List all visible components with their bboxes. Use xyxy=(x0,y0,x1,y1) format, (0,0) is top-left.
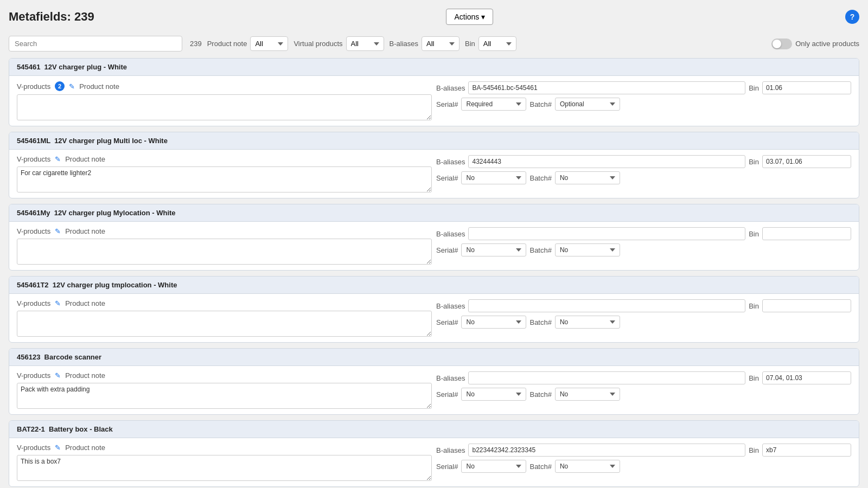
b-aliases-input[interactable] xyxy=(468,299,745,312)
product-header: 545461ML 12V charger plug Multi loc - Wh… xyxy=(9,132,859,150)
active-products-toggle[interactable] xyxy=(771,38,792,49)
product-note-label: Product note xyxy=(65,227,105,235)
product-note-edit-icon[interactable]: ✎ xyxy=(55,227,61,235)
bin-select[interactable]: All xyxy=(478,36,516,51)
b-aliases-input[interactable] xyxy=(468,81,745,94)
product-note-textarea[interactable] xyxy=(17,239,432,265)
serial-select[interactable]: NoRequiredOptional xyxy=(461,243,526,256)
v-products-row: V-products ✎ Product note xyxy=(17,155,432,163)
product-note-edit-icon[interactable]: ✎ xyxy=(55,155,61,163)
right-field-group: B-aliases Bin Serial# NoRequiredOptional… xyxy=(436,81,851,111)
b-aliases-label: B-aliases xyxy=(436,230,465,238)
v-products-badge: 2 xyxy=(55,81,65,91)
virtual-products-filter: Virtual products All xyxy=(293,36,384,51)
product-card: BAT22-1 Battery box - Black V-products ✎… xyxy=(9,420,859,487)
bin-label: Bin xyxy=(749,374,759,382)
right-col: B-aliases Bin Serial# NoRequiredOptional… xyxy=(436,444,851,481)
serial-select[interactable]: NoRequiredOptional xyxy=(461,316,526,329)
product-note-textarea[interactable] xyxy=(17,311,432,337)
product-card: 545461T2 12V charger plug tmplocation - … xyxy=(9,276,859,343)
active-products-toggle-group: Only active products xyxy=(771,38,859,49)
serial-select[interactable]: NoRequiredOptional xyxy=(461,98,526,111)
product-note-label: Product note xyxy=(65,371,105,380)
bin-label: Bin xyxy=(749,446,759,454)
batch-select[interactable]: NoRequiredOptional xyxy=(555,388,620,401)
product-note-edit-icon[interactable]: ✎ xyxy=(55,371,61,380)
batch-select[interactable]: NoRequiredOptional xyxy=(555,171,620,184)
serial-select[interactable]: NoRequiredOptional xyxy=(461,171,526,184)
v-products-label: V-products xyxy=(17,444,50,452)
batch-select[interactable]: NoRequiredOptional xyxy=(555,98,620,111)
actions-button[interactable]: Actions ▾ xyxy=(446,9,493,25)
toolbar: 239 Product note All Virtual products Al… xyxy=(9,36,859,52)
serial-select[interactable]: NoRequiredOptional xyxy=(461,388,526,401)
batch-select[interactable]: NoRequiredOptional xyxy=(555,460,620,473)
bin-input[interactable] xyxy=(762,444,851,457)
bin-input[interactable] xyxy=(762,227,851,240)
b-aliases-input[interactable] xyxy=(468,444,745,457)
b-aliases-input[interactable] xyxy=(468,227,745,240)
b-aliases-label: B-aliases xyxy=(436,302,465,310)
product-body: V-products ✎ Product note This is a box7… xyxy=(9,438,859,486)
b-aliases-select[interactable]: All xyxy=(422,36,459,51)
product-card: 456123 Barcode scanner V-products ✎ Prod… xyxy=(9,348,859,415)
left-col: V-products ✎ Product note xyxy=(17,299,432,337)
b-aliases-filter: B-aliases All xyxy=(390,36,459,51)
serial-label: Serial# xyxy=(436,246,458,254)
b-aliases-row: B-aliases Bin xyxy=(436,227,851,240)
batch-label: Batch# xyxy=(529,318,551,326)
batch-select[interactable]: NoRequiredOptional xyxy=(555,316,620,329)
count-badge: 239 xyxy=(190,40,202,48)
serial-batch-row: Serial# NoRequiredOptional Batch# NoRequ… xyxy=(436,171,851,184)
left-col: V-products ✎ Product note Pack with extr… xyxy=(17,371,432,409)
product-note-filter: Product note All xyxy=(207,36,289,51)
product-card: 545461My 12V charger plug Mylocation - W… xyxy=(9,204,859,271)
right-field-group: B-aliases Bin Serial# NoRequiredOptional… xyxy=(436,299,851,329)
product-note-edit-icon[interactable]: ✎ xyxy=(55,299,61,307)
bin-input[interactable] xyxy=(762,371,851,384)
left-col: V-products ✎ Product note This is a box7 xyxy=(17,444,432,481)
bin-label: Bin xyxy=(749,84,759,92)
product-note-textarea[interactable]: Pack with extra padding xyxy=(17,383,432,409)
product-body: V-products 2 ✎ Product note B-aliases Bi… xyxy=(9,76,859,126)
product-note-textarea[interactable]: This is a box7 xyxy=(17,455,432,481)
right-col: B-aliases Bin Serial# NoRequiredOptional… xyxy=(436,155,851,192)
b-aliases-input[interactable] xyxy=(468,371,745,384)
right-field-group: B-aliases Bin Serial# NoRequiredOptional… xyxy=(436,444,851,473)
left-col: V-products ✎ Product note xyxy=(17,227,432,265)
search-input[interactable] xyxy=(9,36,182,52)
product-note-label: Product note xyxy=(65,444,105,452)
b-aliases-label: B-aliases xyxy=(436,84,465,92)
bin-input[interactable] xyxy=(762,81,851,94)
b-aliases-input[interactable] xyxy=(468,155,745,168)
b-aliases-label: B-aliases xyxy=(436,446,465,454)
serial-select[interactable]: NoRequiredOptional xyxy=(461,460,526,473)
product-note-label: Product note xyxy=(207,40,247,48)
product-note-textarea[interactable]: For car cigarette lighter2 xyxy=(17,166,432,192)
bin-label: Bin xyxy=(749,230,759,238)
product-header: 545461 12V charger plug - White xyxy=(9,59,859,76)
batch-select[interactable]: NoRequiredOptional xyxy=(555,243,620,256)
virtual-products-select[interactable]: All xyxy=(346,36,384,51)
product-header: 545461T2 12V charger plug tmplocation - … xyxy=(9,277,859,294)
right-col: B-aliases Bin Serial# NoRequiredOptional… xyxy=(436,227,851,265)
bin-label: Bin xyxy=(749,158,759,166)
b-aliases-row: B-aliases Bin xyxy=(436,444,851,457)
serial-batch-row: Serial# NoRequiredOptional Batch# NoRequ… xyxy=(436,316,851,329)
product-header: 456123 Barcode scanner xyxy=(9,349,859,366)
serial-label: Serial# xyxy=(436,318,458,326)
bin-input[interactable] xyxy=(762,155,851,168)
v-products-label: V-products xyxy=(17,227,50,235)
product-note-select[interactable]: All xyxy=(250,36,288,51)
bin-input[interactable] xyxy=(762,299,851,312)
b-aliases-label: B-aliases xyxy=(436,158,465,166)
serial-label: Serial# xyxy=(436,390,458,399)
v-products-row: V-products 2 ✎ Product note xyxy=(17,81,432,91)
serial-batch-row: Serial# NoRequiredOptional Batch# NoRequ… xyxy=(436,388,851,401)
right-field-group: B-aliases Bin Serial# NoRequiredOptional… xyxy=(436,371,851,401)
product-note-textarea[interactable] xyxy=(17,94,432,120)
toggle-knob xyxy=(773,40,781,48)
product-note-edit-icon[interactable]: ✎ xyxy=(55,444,61,452)
help-icon[interactable]: ? xyxy=(845,10,859,24)
product-note-edit-icon[interactable]: ✎ xyxy=(69,82,75,91)
